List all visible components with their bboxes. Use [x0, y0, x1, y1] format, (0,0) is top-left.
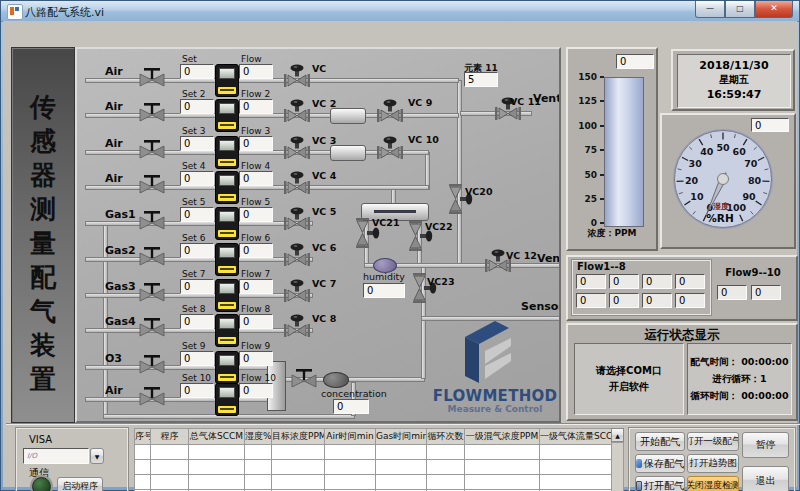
- table-cell[interactable]: [135, 460, 151, 475]
- table-cell[interactable]: [325, 475, 376, 490]
- app-window: 八路配气系统.vi — □ ✕ 传感器测量配气装置: [0, 0, 800, 491]
- start-mix-button[interactable]: 开始配气: [635, 432, 685, 451]
- table-cell[interactable]: [325, 460, 376, 475]
- set-input[interactable]: 0: [180, 207, 214, 222]
- set-input[interactable]: 0: [180, 351, 214, 366]
- time-text: 16:59:47: [678, 88, 790, 101]
- flowmethod-logo-title: FLOWMETHOD: [429, 387, 561, 405]
- tank-tick-label: 100: [569, 121, 597, 131]
- set-label: Set 5: [182, 197, 205, 207]
- sidebar-vertical-title: 传感器测量配气装置: [12, 90, 74, 396]
- gas-label: Gas3: [105, 280, 136, 293]
- table-cell[interactable]: [427, 460, 465, 475]
- flow910-indicator: 0: [717, 285, 747, 300]
- visa-dropdown-button[interactable]: ▼: [90, 448, 104, 464]
- gas-label: Air: [105, 172, 123, 185]
- status-times-box: 配气时间： 00:00:00 进行循环：1 循环时间： 00:00:00: [687, 343, 792, 415]
- set-input[interactable]: 0: [180, 243, 214, 258]
- table-cell[interactable]: [272, 445, 325, 460]
- set-input[interactable]: 0: [180, 136, 214, 151]
- sidebar-banner: 传感器测量配气装置: [11, 47, 75, 423]
- sidebar-char: 装: [12, 328, 74, 362]
- table-cell[interactable]: [465, 460, 540, 475]
- set-input[interactable]: 0: [180, 171, 214, 186]
- table-cell[interactable]: [376, 475, 427, 490]
- table-cell[interactable]: [135, 445, 151, 460]
- open-level1-button[interactable]: 打开一级配气: [687, 432, 739, 451]
- vc9-valve-icon: [376, 99, 404, 131]
- table-cell[interactable]: [376, 460, 427, 475]
- table-cell[interactable]: [325, 445, 376, 460]
- exit-button[interactable]: 退出: [742, 466, 789, 491]
- open-trend-button[interactable]: 打开趋势图: [687, 454, 739, 473]
- valve-label-vc3: VC 3: [312, 135, 336, 146]
- open-mix-button[interactable]: 打开配气: [635, 476, 685, 491]
- maximize-button[interactable]: □: [725, 1, 755, 18]
- close-button[interactable]: ✕: [755, 1, 793, 18]
- valve-label-vc9: VC 9: [408, 97, 432, 108]
- table-scrollbar-track[interactable]: [611, 442, 624, 491]
- table-cell[interactable]: [540, 475, 612, 490]
- visa-resource-combo[interactable]: I/O: [23, 448, 89, 464]
- flow-label: Flow 2: [241, 89, 270, 99]
- table-header: Air时间min: [325, 429, 376, 445]
- table-cell[interactable]: [245, 460, 272, 475]
- program-table[interactable]: 序号程序总气体SCCM湿度%目标浓度PPMAir时间minGas时间min循环次…: [134, 428, 612, 491]
- titlebar[interactable]: 八路配气系统.vi — □ ✕: [1, 1, 799, 22]
- svg-text:50: 50: [716, 142, 730, 153]
- set-input[interactable]: 0: [180, 64, 214, 79]
- set-input[interactable]: 0: [180, 383, 214, 398]
- flow-label: Flow 8: [241, 304, 270, 314]
- table-cell[interactable]: [245, 445, 272, 460]
- minimize-button[interactable]: —: [695, 1, 725, 18]
- valve-label-vc2: VC 2: [312, 98, 336, 109]
- table-cell[interactable]: [189, 445, 245, 460]
- flow18-indicator: 0: [609, 293, 639, 308]
- valve-label-vc6: VC 6: [312, 242, 336, 253]
- table-cell[interactable]: [272, 460, 325, 475]
- sensor-return-pipe: [421, 320, 426, 379]
- date-text: 2018/11/30: [678, 59, 790, 72]
- solenoid-valve-icon: [283, 243, 311, 275]
- table-cell[interactable]: [151, 445, 189, 460]
- table-cell[interactable]: [151, 460, 189, 475]
- pause-button[interactable]: 暂停: [742, 432, 789, 458]
- start-program-button[interactable]: 启动程序: [57, 477, 103, 491]
- element11-input[interactable]: 5: [464, 72, 498, 87]
- manual-valve-icon: [139, 211, 165, 237]
- manual-valve-icon: [139, 318, 165, 344]
- close-humidity-check-button[interactable]: 关闭湿度检测: [687, 476, 739, 491]
- tank-tick-mark: [600, 76, 604, 78]
- table-cell[interactable]: [189, 475, 245, 490]
- tank-tick-label: 125: [569, 96, 597, 106]
- table-cell[interactable]: [540, 460, 612, 475]
- table-cell[interactable]: [465, 475, 540, 490]
- set-input[interactable]: 0: [180, 99, 214, 114]
- status-message-line2: 开启软件: [575, 380, 683, 394]
- table-cell[interactable]: [135, 475, 151, 490]
- table-scroll-up-button[interactable]: ▲: [611, 428, 624, 442]
- set-input[interactable]: 0: [180, 279, 214, 294]
- svg-text:60: 60: [733, 146, 747, 157]
- table-cell[interactable]: [427, 475, 465, 490]
- cycle-count-text: 进行循环：1: [688, 373, 791, 386]
- set-label: Set 7: [182, 269, 205, 279]
- manual-valve-icon: [139, 175, 165, 201]
- mix-time-text: 配气时间： 00:00:00: [688, 356, 791, 369]
- table-cell[interactable]: [427, 445, 465, 460]
- set-input[interactable]: 0: [180, 314, 214, 329]
- table-cell[interactable]: [376, 445, 427, 460]
- table-cell[interactable]: [465, 445, 540, 460]
- table-cell[interactable]: [272, 475, 325, 490]
- table-cell[interactable]: [189, 460, 245, 475]
- flow18-indicator: 0: [675, 293, 705, 308]
- manual-valve-icon: [139, 247, 165, 273]
- table-cell[interactable]: [540, 445, 612, 460]
- save-mix-button[interactable]: 保存配气: [635, 454, 685, 473]
- table-cell[interactable]: [151, 475, 189, 490]
- mfc-icon: [215, 136, 239, 169]
- svg-text:40: 40: [700, 146, 714, 157]
- table-cell[interactable]: [245, 475, 272, 490]
- table-header: 一级混气浓度PPM: [465, 429, 540, 445]
- valve-label-vc5: VC 5: [312, 206, 336, 217]
